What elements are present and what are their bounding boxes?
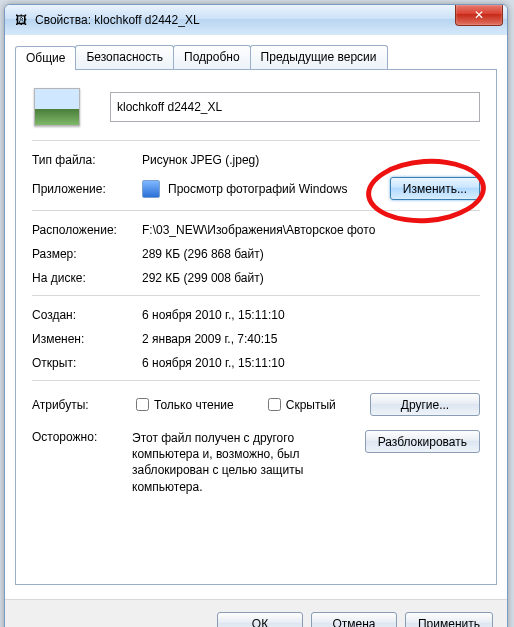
tab-security[interactable]: Безопасность <box>75 45 174 69</box>
close-button[interactable]: ✕ <box>455 5 503 26</box>
separator <box>32 380 480 381</box>
properties-dialog: 🖼 Свойства: klochkoff d2442_XL ✕ Общие Б… <box>4 4 508 627</box>
label-filetype: Тип файла: <box>32 153 142 167</box>
change-app-button[interactable]: Изменить... <box>390 177 480 200</box>
tab-details[interactable]: Подробно <box>173 45 251 69</box>
photo-viewer-icon <box>142 180 160 198</box>
value-location: F:\03_NEW\Изображения\Авторское фото <box>142 223 480 237</box>
tab-general[interactable]: Общие <box>15 46 76 70</box>
value-app: Просмотр фотографий Windows <box>168 182 390 196</box>
readonly-checkbox-label: Только чтение <box>154 398 234 412</box>
tabstrip: Общие Безопасность Подробно Предыдущие в… <box>15 45 497 69</box>
value-accessed: 6 ноября 2010 г., 15:11:10 <box>142 356 480 370</box>
window-title: Свойства: klochkoff d2442_XL <box>35 13 200 27</box>
label-ondisk: На диске: <box>32 271 142 285</box>
separator <box>32 140 480 141</box>
titlebar[interactable]: 🖼 Свойства: klochkoff d2442_XL ✕ <box>5 5 507 35</box>
label-created: Создан: <box>32 308 142 322</box>
tab-previous-versions[interactable]: Предыдущие версии <box>250 45 388 69</box>
readonly-checkbox-input[interactable] <box>136 398 149 411</box>
label-accessed: Открыт: <box>32 356 142 370</box>
label-location: Расположение: <box>32 223 142 237</box>
value-modified: 2 января 2009 г., 7:40:15 <box>142 332 480 346</box>
label-app: Приложение: <box>32 182 142 196</box>
separator <box>32 210 480 211</box>
value-created: 6 ноября 2010 г., 15:11:10 <box>142 308 480 322</box>
window-icon: 🖼 <box>13 12 29 28</box>
cancel-button[interactable]: Отмена <box>311 612 397 627</box>
value-ondisk: 292 КБ (299 008 байт) <box>142 271 480 285</box>
file-thumbnail <box>34 88 80 126</box>
close-icon: ✕ <box>474 8 484 22</box>
label-size: Размер: <box>32 247 142 261</box>
value-size: 289 КБ (296 868 байт) <box>142 247 480 261</box>
separator <box>32 295 480 296</box>
dialog-button-bar: ОК Отмена Применить <box>5 599 507 627</box>
label-attributes: Атрибуты: <box>32 398 132 412</box>
unblock-button[interactable]: Разблокировать <box>365 430 480 453</box>
hidden-checkbox[interactable]: Скрытый <box>264 395 336 414</box>
value-warning: Этот файл получен с другого компьютера и… <box>132 430 365 495</box>
advanced-attributes-button[interactable]: Другие... <box>370 393 480 416</box>
filename-input[interactable] <box>110 92 480 122</box>
hidden-checkbox-input[interactable] <box>268 398 281 411</box>
label-modified: Изменен: <box>32 332 142 346</box>
tab-panel-general: Тип файла: Рисунок JPEG (.jpeg) Приложен… <box>15 69 497 585</box>
value-filetype: Рисунок JPEG (.jpeg) <box>142 153 480 167</box>
readonly-checkbox[interactable]: Только чтение <box>132 395 234 414</box>
apply-button[interactable]: Применить <box>405 612 493 627</box>
label-warning: Осторожно: <box>32 430 132 444</box>
hidden-checkbox-label: Скрытый <box>286 398 336 412</box>
ok-button[interactable]: ОК <box>217 612 303 627</box>
